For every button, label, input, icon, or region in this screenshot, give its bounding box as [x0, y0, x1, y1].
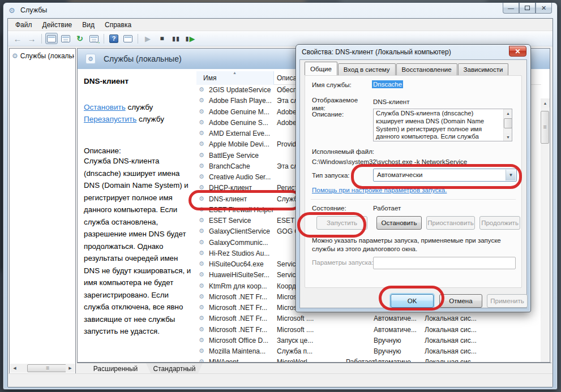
service-name-label: Имя службы:	[312, 81, 352, 88]
selected-text[interactable]: Dnscache	[372, 80, 403, 88]
toolbar-separator	[138, 34, 138, 44]
service-row[interactable]: ⚙Mozilla Maintena...Служба п...ВручнуюЛо…	[196, 346, 541, 357]
service-gear-icon: ⚙	[199, 162, 204, 170]
menu-item[interactable]: Справка	[100, 19, 136, 31]
list-vertical-scrollbar[interactable]: ▲ ▼	[541, 98, 549, 363]
scroll-left-icon[interactable]: ◀	[10, 364, 19, 373]
service-gear-icon: ⚙	[199, 304, 204, 311]
help-icon[interactable]: ?	[108, 33, 120, 44]
service-row[interactable]: ⚙MWAgentMicroWorl...РаботаетАвтоматиче..…	[196, 357, 541, 362]
pause-button[interactable]: Приостановить	[426, 216, 475, 230]
scrollbar-thumb[interactable]	[504, 118, 512, 128]
scroll-down-icon[interactable]: ▼	[504, 133, 512, 141]
dialog-body: ОбщиеВход в системуВосстановлениеЗависим…	[299, 59, 527, 308]
help-icon: ?	[109, 35, 118, 43]
console-tree-icon[interactable]	[45, 33, 58, 44]
restart-service-link[interactable]: Перезапустить	[84, 115, 136, 123]
start-service-icon[interactable]: ▶	[142, 33, 154, 44]
toolbar-separator	[41, 34, 42, 44]
ok-button[interactable]: OK	[391, 294, 434, 308]
executable-path: C:\Windows\system32\svchost.exe -k Netwo…	[312, 158, 467, 165]
service-gear-icon: ⚙	[199, 239, 204, 246]
forward-icon[interactable]: →	[25, 33, 38, 44]
service-description-cell: Provid	[277, 140, 296, 148]
service-description-cell: Запуск це...	[277, 337, 313, 344]
pause-service-icon[interactable]: ▮▮	[170, 33, 182, 44]
restart-service-icon[interactable]: ▶	[184, 33, 196, 44]
service-description-cell: MicroWorl...	[277, 358, 313, 362]
description-label: Описание:	[312, 111, 344, 118]
pane-header-title: Службы (локальные)	[104, 54, 182, 63]
service-row[interactable]: ⚙Microsoft .NET Fr...Microsoft ....Автом…	[196, 313, 541, 324]
stop-service-icon[interactable]: ■	[156, 33, 168, 44]
status-bar	[8, 373, 553, 387]
dialog-close-button[interactable]: ✕	[509, 46, 526, 57]
dialog-tabs: ОбщиеВход в системуВосстановлениеЗависим…	[305, 63, 509, 76]
view-tab[interactable]: Стандартный	[146, 363, 203, 374]
service-description-cell: Adobe	[277, 119, 297, 127]
service-gear-icon: ⚙	[199, 337, 204, 344]
dialog-tab[interactable]: Общие	[305, 62, 337, 75]
service-description-cell: Microsoft ....	[277, 315, 314, 322]
params-input[interactable]	[373, 257, 516, 269]
properties-icon[interactable]	[59, 33, 72, 44]
description-scrollbar[interactable]: ▲ ▼	[503, 109, 512, 141]
sort-ascending-icon: ▲	[233, 71, 237, 75]
minimize-button[interactable]: —	[503, 3, 519, 14]
service-description-cell: Micros	[277, 304, 297, 312]
stop-service-link[interactable]: Остановить	[84, 103, 126, 111]
chevron-down-icon[interactable]: ▼	[506, 170, 516, 180]
menu-item[interactable]: Действие	[37, 19, 78, 31]
export-list-icon[interactable]	[88, 33, 100, 44]
description-textbox[interactable]: Служба DNS-клиента (dnscache) кэширует и…	[373, 109, 512, 141]
extended-task-pane: DNS-клиент Остановить службу Перезапусти…	[78, 69, 195, 362]
startup-type-combobox[interactable]: Автоматически ▼	[373, 169, 517, 182]
refresh-icon[interactable]: ↻	[74, 33, 86, 44]
service-gear-icon: ⚙	[199, 108, 204, 115]
back-icon[interactable]: ←	[11, 33, 24, 44]
menu-item[interactable]: Вид	[77, 19, 100, 31]
cancel-button[interactable]: Отмена	[439, 294, 482, 308]
service-row[interactable]: ⚙Microsoft Office D...Запуск це...Вручну…	[196, 335, 541, 346]
service-login-cell: Локальная сис...	[425, 315, 477, 322]
tree-item-services-local[interactable]: ⚙ Службы (локальные)	[12, 52, 74, 60]
scroll-right-icon[interactable]: ▶	[66, 364, 75, 373]
show-window-icon[interactable]	[122, 33, 134, 44]
service-gear-icon: ⚙	[199, 152, 204, 159]
close-button[interactable]: ✕	[536, 3, 552, 14]
startup-help-link[interactable]: Помощь при настройке параметров запуска.	[312, 187, 447, 193]
column-header-name[interactable]: Имя ▲	[196, 71, 274, 85]
service-gear-icon: ⚙	[199, 260, 204, 268]
view-tab[interactable]: Расширенный	[86, 363, 145, 374]
dialog-tab[interactable]: Вход в систему	[338, 63, 396, 75]
service-name-cell: KtmRm для коор...	[209, 282, 267, 290]
service-name-cell: GalaxyClientService	[209, 227, 270, 235]
menu-item[interactable]: Файл	[10, 19, 37, 31]
maximize-button[interactable]	[519, 3, 536, 14]
dialog-tab[interactable]: Восстановление	[396, 63, 457, 75]
stop-service-line: Остановить службу	[84, 101, 195, 113]
window-titlebar[interactable]: ⚙ Службы — ✕	[3, 3, 557, 18]
scroll-up-icon[interactable]: ▲	[504, 109, 512, 117]
menu-bar: ФайлДействиеВидСправка	[8, 19, 553, 31]
service-gear-icon: ⚙	[199, 140, 204, 148]
scrollbar-thumb[interactable]	[541, 111, 549, 144]
services-gear-icon: ⚙	[8, 6, 15, 15]
tree-horizontal-scrollbar[interactable]: ◀ ▶	[10, 364, 75, 373]
apply-button[interactable]: Применить	[487, 294, 528, 308]
scroll-up-icon[interactable]: ▲	[541, 98, 550, 107]
scrollbar-thumb[interactable]	[27, 364, 68, 372]
dialog-tab[interactable]: Зависимости	[458, 63, 509, 75]
startup-type-value: Автоматически	[377, 171, 422, 178]
start-button[interactable]: Запустить	[316, 216, 367, 230]
service-description-cell: Micros	[277, 293, 297, 301]
service-description-cell: Коорд	[277, 282, 296, 290]
stop-button[interactable]: Остановить	[376, 216, 422, 230]
restart-service-line: Перезапустить службу	[84, 113, 195, 125]
service-row[interactable]: ⚙Microsoft .NET Fr...Microsoft ....Автом…	[196, 325, 541, 335]
tree-item-label: Службы (локальные)	[20, 52, 74, 60]
service-status-cell: Работает	[346, 358, 375, 362]
service-name-cell: AMD External Eve...	[209, 130, 270, 137]
restart-service-suffix: службу	[136, 115, 164, 123]
resume-button[interactable]: Продолжить	[479, 216, 520, 230]
